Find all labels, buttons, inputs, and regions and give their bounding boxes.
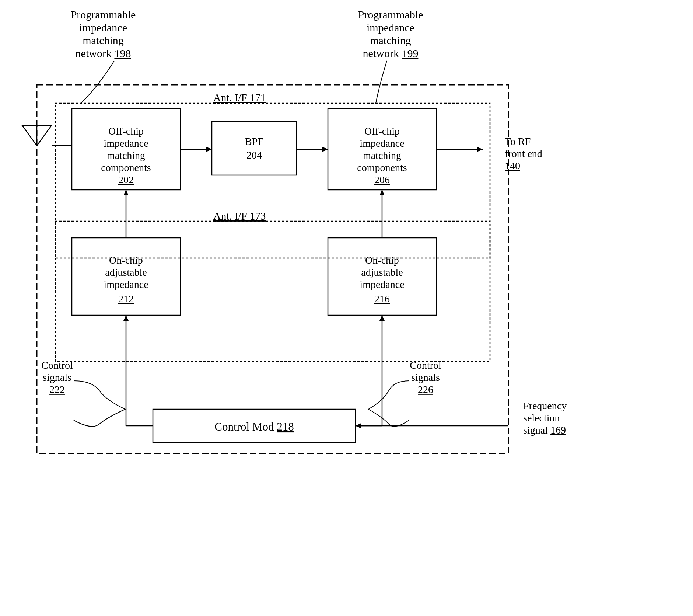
svg-text:selection: selection — [523, 412, 560, 424]
svg-marker-27 — [379, 315, 385, 321]
svg-text:204: 204 — [246, 149, 262, 161]
svg-text:network 199: network 199 — [363, 47, 419, 59]
svg-text:Control: Control — [410, 359, 441, 371]
svg-text:BPF: BPF — [245, 136, 263, 147]
svg-text:matching: matching — [83, 34, 124, 46]
svg-marker-17 — [477, 147, 483, 152]
svg-text:To RF: To RF — [505, 136, 531, 147]
svg-text:On-chip: On-chip — [109, 254, 143, 266]
svg-text:140: 140 — [505, 160, 520, 171]
svg-text:Off-chip: Off-chip — [108, 125, 144, 137]
svg-text:matching: matching — [363, 150, 401, 161]
svg-text:Programmable: Programmable — [358, 8, 423, 21]
svg-text:adjustable: adjustable — [361, 267, 403, 278]
svg-text:226: 226 — [418, 384, 433, 395]
svg-text:206: 206 — [374, 174, 390, 185]
svg-text:Off-chip: Off-chip — [364, 125, 400, 137]
svg-text:front end: front end — [505, 148, 542, 159]
svg-marker-29 — [356, 423, 361, 428]
svg-text:matching: matching — [370, 34, 411, 46]
diagram-container: Programmable impedance matching network … — [0, 0, 693, 616]
svg-rect-4 — [212, 122, 297, 175]
svg-text:matching: matching — [107, 150, 145, 161]
svg-text:Frequency: Frequency — [523, 400, 567, 411]
svg-marker-21 — [379, 190, 385, 195]
svg-text:Programmable: Programmable — [71, 8, 136, 21]
svg-text:222: 222 — [49, 384, 65, 395]
svg-text:impedance: impedance — [79, 21, 127, 34]
svg-marker-13 — [206, 147, 212, 152]
svg-text:adjustable: adjustable — [105, 267, 147, 278]
svg-text:216: 216 — [374, 293, 390, 304]
svg-text:On-chip: On-chip — [365, 254, 399, 266]
svg-text:impedance: impedance — [104, 138, 148, 149]
svg-marker-19 — [123, 190, 129, 195]
svg-marker-24 — [123, 315, 129, 321]
svg-text:Control: Control — [41, 359, 73, 371]
svg-text:network 198: network 198 — [76, 47, 131, 59]
svg-text:signals: signals — [43, 372, 71, 383]
svg-text:components: components — [101, 162, 151, 173]
svg-text:signals: signals — [411, 372, 440, 383]
svg-text:202: 202 — [118, 174, 134, 185]
svg-text:impedance: impedance — [360, 138, 404, 149]
svg-text:components: components — [357, 162, 407, 173]
svg-text:signal 169: signal 169 — [523, 424, 566, 436]
svg-text:212: 212 — [118, 293, 134, 304]
svg-rect-2 — [55, 221, 490, 361]
svg-text:impedance: impedance — [360, 279, 404, 290]
svg-text:Control Mod 218: Control Mod 218 — [214, 420, 294, 433]
svg-marker-15 — [322, 147, 328, 152]
svg-text:impedance: impedance — [104, 279, 148, 290]
svg-text:Ant. I/F 173: Ant. I/F 173 — [213, 210, 266, 222]
svg-text:impedance: impedance — [367, 21, 414, 34]
svg-text:Ant. I/F 171: Ant. I/F 171 — [213, 92, 266, 104]
